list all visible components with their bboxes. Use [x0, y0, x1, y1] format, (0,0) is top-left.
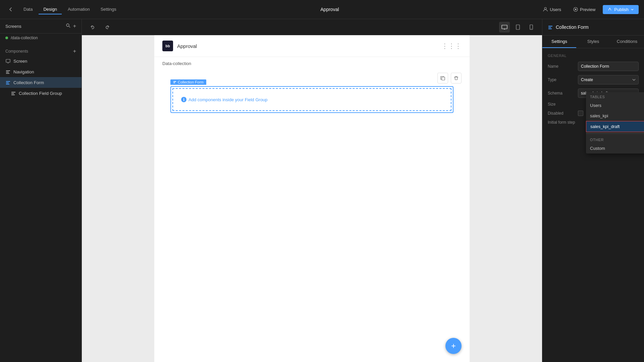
svg-rect-7 — [6, 70, 10, 71]
tab-data[interactable]: Data — [19, 5, 37, 14]
app-header: bb Approval ⋮⋮⋮ — [154, 35, 470, 57]
app-name: Approval — [177, 43, 197, 49]
collection-form[interactable]: Collection Form ℹ Add components inside … — [170, 86, 453, 113]
top-nav: Data Design Automation Settings Approval… — [0, 0, 644, 19]
tab-styles[interactable]: Styles — [576, 36, 610, 48]
app-menu-icon[interactable]: ⋮⋮⋮ — [441, 42, 462, 50]
undo-button[interactable] — [87, 22, 98, 33]
tab-settings[interactable]: Settings — [96, 5, 121, 14]
users-label: Users — [550, 7, 561, 12]
svg-rect-12 — [6, 84, 9, 84]
add-components-text: Add components inside your Field Group — [189, 97, 268, 102]
copy-button[interactable] — [437, 73, 448, 83]
svg-rect-16 — [502, 25, 507, 29]
screen-icon — [5, 58, 11, 64]
name-label: Name — [548, 64, 578, 69]
screens-title: Screens — [5, 24, 21, 29]
schema-dropdown: Tables Users sales_kpi sales_kpi_draft O… — [586, 92, 644, 154]
collection-form-tag: Collection Form — [170, 79, 206, 85]
svg-rect-15 — [11, 95, 15, 95]
delete-button[interactable] — [451, 73, 462, 83]
add-components-link[interactable]: ℹ Add components inside your Field Group — [181, 97, 268, 102]
disabled-label: Disabled — [548, 111, 578, 116]
navigation-tree-label: Navigation — [13, 69, 34, 74]
size-label: Size — [548, 102, 578, 107]
dropdown-item-sales-kpi-draft[interactable]: sales_kpi_draft — [586, 121, 644, 132]
app-title: Approval — [121, 7, 538, 12]
add-screen-icon[interactable]: + — [73, 23, 76, 29]
tab-design[interactable]: Design — [39, 5, 61, 14]
dropdown-item-sales-kpi[interactable]: sales_kpi — [586, 111, 644, 121]
svg-line-4 — [69, 26, 70, 28]
main-layout: Screens + /data-collection Components + … — [0, 19, 644, 362]
other-section-label: Other — [586, 135, 644, 143]
sidebar-item-collection-field-group[interactable]: Collection Field Group — [0, 88, 82, 99]
name-input[interactable]: Collection Form — [578, 62, 639, 71]
right-panel-header: Collection Form — [542, 19, 644, 36]
add-component-icon[interactable]: + — [73, 48, 76, 54]
fab-button[interactable]: + — [445, 338, 462, 354]
right-panel: Collection Form Settings Styles Conditio… — [542, 19, 644, 362]
svg-rect-13 — [11, 92, 15, 93]
screens-header: Screens + — [0, 19, 82, 34]
svg-marker-2 — [575, 8, 577, 10]
sidebar-item-collection-form[interactable]: Collection Form — [0, 77, 82, 88]
svg-rect-25 — [548, 27, 551, 28]
disabled-checkbox[interactable] — [578, 111, 583, 116]
tab-automation[interactable]: Automation — [63, 5, 95, 14]
dropdown-item-custom[interactable]: Custom — [586, 143, 644, 154]
left-sidebar: Screens + /data-collection Components + … — [0, 19, 82, 362]
components-header: Components + — [0, 45, 82, 56]
tables-section-label: Tables — [586, 92, 644, 100]
publish-label: Publish — [614, 7, 629, 12]
top-nav-right: Users Preview Publish — [538, 5, 639, 14]
tab-conditions[interactable]: Conditions — [610, 36, 644, 48]
screens-actions: + — [66, 23, 76, 29]
right-panel-title: Collection Form — [556, 24, 589, 30]
svg-rect-24 — [548, 26, 552, 26]
navigation-icon — [5, 69, 11, 74]
screen-tree-label: Screen — [13, 59, 27, 64]
svg-point-0 — [544, 7, 546, 9]
dropdown-separator — [586, 133, 644, 134]
search-icon[interactable] — [66, 23, 70, 29]
general-section-label: GENERAL — [548, 54, 639, 58]
preview-button[interactable]: Preview — [569, 5, 600, 14]
users-button[interactable]: Users — [538, 5, 566, 14]
type-label: Type — [548, 77, 578, 82]
name-field-row: Name Collection Form — [548, 62, 639, 71]
collection-form-icon — [5, 80, 11, 85]
dropdown-item-users[interactable]: Users — [586, 100, 644, 111]
svg-rect-22 — [173, 81, 176, 82]
type-select[interactable]: Create — [578, 75, 639, 84]
mobile-view-button[interactable] — [526, 22, 537, 33]
schema-label: Schema — [548, 91, 578, 96]
tablet-view-button[interactable] — [513, 22, 523, 33]
desktop-view-button[interactable] — [499, 22, 510, 33]
canvas-area: bb Approval ⋮⋮⋮ Data-collection — [82, 19, 542, 362]
canvas-content: bb Approval ⋮⋮⋮ Data-collection — [82, 35, 542, 362]
redo-button[interactable] — [102, 22, 113, 33]
tab-settings[interactable]: Settings — [542, 36, 576, 48]
components-title: Components — [5, 49, 28, 54]
svg-rect-5 — [6, 59, 10, 62]
type-field-row: Type Create — [548, 75, 639, 84]
components-section: Components + Screen Navigation Collecti — [0, 45, 82, 99]
preview-label: Preview — [580, 7, 595, 12]
type-value: Create — [581, 77, 593, 82]
canvas-frame: bb Approval ⋮⋮⋮ Data-collection — [154, 35, 470, 362]
svg-rect-18 — [516, 25, 520, 29]
svg-rect-9 — [6, 73, 9, 74]
info-icon: ℹ — [181, 97, 186, 102]
top-nav-tabs: Data Design Automation Settings — [19, 5, 121, 14]
right-panel-tabs: Settings Styles Conditions — [542, 36, 644, 48]
collection-form-wrapper: Collection Form ℹ Add components inside … — [154, 86, 470, 121]
screen-dot — [5, 37, 8, 39]
canvas-toolbar — [82, 19, 542, 35]
app-logo: bb — [162, 41, 173, 51]
sidebar-item-navigation[interactable]: Navigation — [0, 66, 82, 77]
screen-item-data-collection[interactable]: /data-collection — [0, 34, 82, 42]
back-button[interactable] — [5, 4, 16, 15]
publish-button[interactable]: Publish — [603, 5, 639, 14]
sidebar-item-screen[interactable]: Screen — [0, 56, 82, 66]
